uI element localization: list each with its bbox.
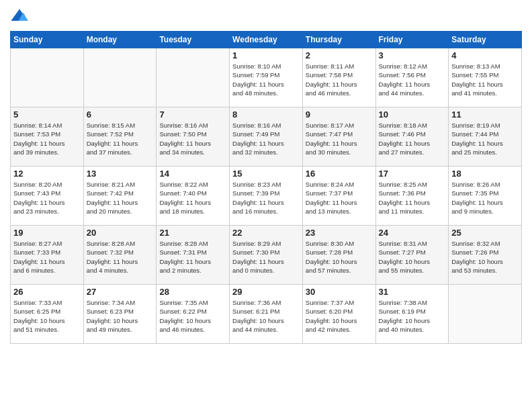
header (10, 7, 522, 26)
day-number: 15 (232, 169, 300, 179)
calendar-cell: 19Sunrise: 8:27 AM Sunset: 7:33 PM Dayli… (11, 226, 84, 285)
day-info: Sunrise: 8:27 AM Sunset: 7:33 PM Dayligh… (13, 239, 81, 275)
calendar-cell: 11Sunrise: 8:19 AM Sunset: 7:44 PM Dayli… (449, 107, 522, 167)
day-info: Sunrise: 8:28 AM Sunset: 7:32 PM Dayligh… (87, 239, 154, 275)
calendar-cell: 21Sunrise: 8:28 AM Sunset: 7:31 PM Dayli… (157, 226, 230, 285)
day-number: 31 (379, 287, 446, 297)
day-info: Sunrise: 8:20 AM Sunset: 7:43 PM Dayligh… (13, 180, 81, 216)
day-number: 21 (159, 228, 226, 238)
calendar-cell: 3Sunrise: 8:12 AM Sunset: 7:56 PM Daylig… (375, 48, 449, 107)
day-info: Sunrise: 8:29 AM Sunset: 7:30 PM Dayligh… (232, 239, 300, 275)
calendar-week-5: 26Sunrise: 7:33 AM Sunset: 6:25 PM Dayli… (11, 285, 522, 344)
calendar-cell: 9Sunrise: 8:17 AM Sunset: 7:47 PM Daylig… (302, 107, 375, 167)
calendar-cell: 1Sunrise: 8:10 AM Sunset: 7:59 PM Daylig… (230, 48, 303, 107)
page: SundayMondayTuesdayWednesdayThursdayFrid… (0, 0, 532, 411)
day-info: Sunrise: 7:35 AM Sunset: 6:22 PM Dayligh… (159, 298, 226, 334)
calendar-cell: 2Sunrise: 8:11 AM Sunset: 7:58 PM Daylig… (302, 48, 375, 107)
calendar-cell: 27Sunrise: 7:34 AM Sunset: 6:23 PM Dayli… (83, 285, 157, 344)
day-number: 4 (451, 50, 519, 60)
calendar-cell: 23Sunrise: 8:30 AM Sunset: 7:28 PM Dayli… (302, 226, 375, 285)
calendar-cell: 31Sunrise: 7:38 AM Sunset: 6:19 PM Dayli… (375, 285, 449, 344)
day-info: Sunrise: 7:36 AM Sunset: 6:21 PM Dayligh… (232, 298, 300, 334)
calendar-cell: 12Sunrise: 8:20 AM Sunset: 7:43 PM Dayli… (11, 167, 84, 226)
calendar-cell: 20Sunrise: 8:28 AM Sunset: 7:32 PM Dayli… (83, 226, 157, 285)
weekday-header-thursday: Thursday (302, 32, 375, 48)
day-info: Sunrise: 8:18 AM Sunset: 7:46 PM Dayligh… (379, 121, 446, 156)
day-info: Sunrise: 8:19 AM Sunset: 7:44 PM Dayligh… (451, 121, 519, 156)
calendar-cell: 16Sunrise: 8:24 AM Sunset: 7:37 PM Dayli… (302, 167, 375, 226)
day-number: 22 (232, 228, 300, 238)
day-number: 19 (13, 228, 81, 238)
calendar-cell: 13Sunrise: 8:21 AM Sunset: 7:42 PM Dayli… (83, 167, 157, 226)
calendar-week-1: 1Sunrise: 8:10 AM Sunset: 7:59 PM Daylig… (11, 48, 522, 107)
calendar-cell (11, 48, 84, 107)
calendar-header: SundayMondayTuesdayWednesdayThursdayFrid… (11, 32, 522, 48)
calendar-cell: 28Sunrise: 7:35 AM Sunset: 6:22 PM Dayli… (157, 285, 230, 344)
day-number: 2 (306, 50, 373, 60)
calendar-week-3: 12Sunrise: 8:20 AM Sunset: 7:43 PM Dayli… (11, 167, 522, 226)
day-number: 12 (13, 169, 81, 179)
day-number: 14 (159, 169, 226, 179)
calendar: SundayMondayTuesdayWednesdayThursdayFrid… (10, 31, 522, 344)
calendar-cell: 7Sunrise: 8:16 AM Sunset: 7:50 PM Daylig… (157, 107, 230, 167)
day-number: 9 (306, 109, 373, 120)
day-number: 18 (451, 169, 519, 179)
day-number: 11 (451, 109, 519, 120)
day-number: 23 (306, 228, 373, 238)
day-number: 16 (306, 169, 373, 179)
calendar-cell: 17Sunrise: 8:25 AM Sunset: 7:36 PM Dayli… (375, 167, 449, 226)
day-info: Sunrise: 8:32 AM Sunset: 7:26 PM Dayligh… (451, 239, 519, 275)
calendar-body: 1Sunrise: 8:10 AM Sunset: 7:59 PM Daylig… (11, 48, 522, 344)
day-number: 5 (13, 109, 81, 120)
day-info: Sunrise: 8:21 AM Sunset: 7:42 PM Dayligh… (87, 180, 154, 216)
day-number: 10 (379, 109, 446, 120)
calendar-cell: 24Sunrise: 8:31 AM Sunset: 7:27 PM Dayli… (375, 226, 449, 285)
day-info: Sunrise: 8:24 AM Sunset: 7:37 PM Dayligh… (306, 180, 373, 216)
day-number: 27 (87, 287, 154, 297)
day-info: Sunrise: 8:10 AM Sunset: 7:59 PM Dayligh… (232, 62, 300, 97)
calendar-cell: 5Sunrise: 8:14 AM Sunset: 7:53 PM Daylig… (11, 107, 84, 167)
calendar-cell: 30Sunrise: 7:37 AM Sunset: 6:20 PM Dayli… (302, 285, 375, 344)
day-info: Sunrise: 7:38 AM Sunset: 6:19 PM Dayligh… (379, 298, 446, 334)
day-number: 24 (379, 228, 446, 238)
day-info: Sunrise: 8:23 AM Sunset: 7:39 PM Dayligh… (232, 180, 300, 216)
day-number: 1 (232, 50, 300, 60)
calendar-cell (157, 48, 230, 107)
day-number: 13 (87, 169, 154, 179)
calendar-cell (83, 48, 157, 107)
day-info: Sunrise: 8:28 AM Sunset: 7:31 PM Dayligh… (159, 239, 226, 275)
day-number: 17 (379, 169, 446, 179)
calendar-cell: 14Sunrise: 8:22 AM Sunset: 7:40 PM Dayli… (157, 167, 230, 226)
day-info: Sunrise: 8:16 AM Sunset: 7:49 PM Dayligh… (232, 121, 300, 156)
day-number: 26 (13, 287, 81, 297)
day-number: 6 (87, 109, 154, 120)
day-number: 28 (159, 287, 226, 297)
calendar-cell: 10Sunrise: 8:18 AM Sunset: 7:46 PM Dayli… (375, 107, 449, 167)
day-number: 29 (232, 287, 300, 297)
day-number: 7 (159, 109, 226, 120)
weekday-header-wednesday: Wednesday (230, 32, 303, 48)
calendar-cell: 22Sunrise: 8:29 AM Sunset: 7:30 PM Dayli… (230, 226, 303, 285)
calendar-cell: 26Sunrise: 7:33 AM Sunset: 6:25 PM Dayli… (11, 285, 84, 344)
calendar-cell: 8Sunrise: 8:16 AM Sunset: 7:49 PM Daylig… (230, 107, 303, 167)
day-info: Sunrise: 8:17 AM Sunset: 7:47 PM Dayligh… (306, 121, 373, 156)
day-info: Sunrise: 7:33 AM Sunset: 6:25 PM Dayligh… (13, 298, 81, 334)
calendar-cell: 4Sunrise: 8:13 AM Sunset: 7:55 PM Daylig… (449, 48, 522, 107)
day-info: Sunrise: 8:14 AM Sunset: 7:53 PM Dayligh… (13, 121, 81, 156)
calendar-cell: 15Sunrise: 8:23 AM Sunset: 7:39 PM Dayli… (230, 167, 303, 226)
day-info: Sunrise: 8:16 AM Sunset: 7:50 PM Dayligh… (159, 121, 226, 156)
calendar-cell: 18Sunrise: 8:26 AM Sunset: 7:35 PM Dayli… (449, 167, 522, 226)
weekday-header-monday: Monday (83, 32, 157, 48)
day-info: Sunrise: 8:26 AM Sunset: 7:35 PM Dayligh… (451, 180, 519, 216)
logo-icon (10, 7, 29, 26)
weekday-header-friday: Friday (375, 32, 449, 48)
day-number: 25 (451, 228, 519, 238)
calendar-cell: 29Sunrise: 7:36 AM Sunset: 6:21 PM Dayli… (230, 285, 303, 344)
day-number: 30 (306, 287, 373, 297)
calendar-cell (449, 285, 522, 344)
day-number: 20 (87, 228, 154, 238)
weekday-row: SundayMondayTuesdayWednesdayThursdayFrid… (11, 32, 522, 48)
day-info: Sunrise: 8:11 AM Sunset: 7:58 PM Dayligh… (306, 62, 373, 97)
day-info: Sunrise: 8:25 AM Sunset: 7:36 PM Dayligh… (379, 180, 446, 216)
day-info: Sunrise: 8:22 AM Sunset: 7:40 PM Dayligh… (159, 180, 226, 216)
